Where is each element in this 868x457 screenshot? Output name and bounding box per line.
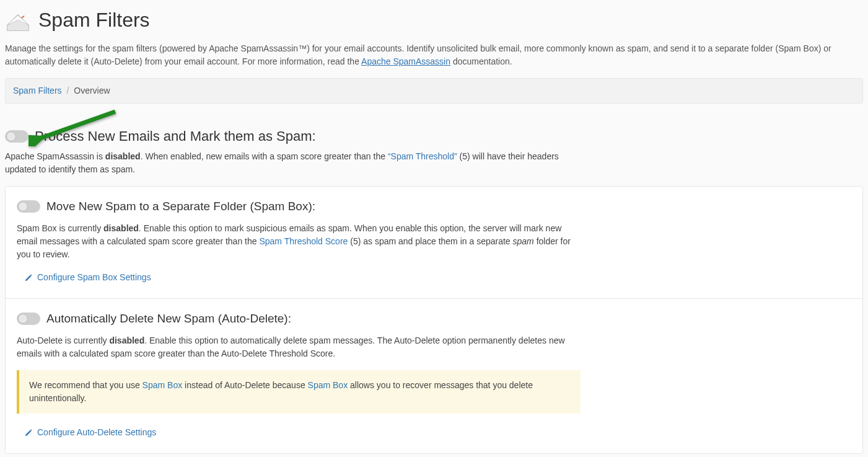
page-title: Spam Filters xyxy=(38,5,150,35)
breadcrumb-current: Overview xyxy=(74,86,110,95)
spambox-toggle[interactable] xyxy=(17,200,40,213)
spambox-body: Spam Box is currently disabled. Enable t… xyxy=(17,222,574,261)
pencil-icon xyxy=(24,273,33,282)
callout-spambox-link-1[interactable]: Spam Box xyxy=(142,380,183,390)
configure-spambox-link[interactable]: Configure Spam Box Settings xyxy=(17,271,151,284)
sub-sections-card: Move New Spam to a Separate Folder (Spam… xyxy=(5,186,863,454)
autodelete-heading: Automatically Delete New Spam (Auto-Dele… xyxy=(46,310,291,328)
spambox-heading: Move New Spam to a Separate Folder (Spam… xyxy=(46,198,315,216)
breadcrumb-separator: / xyxy=(64,86,71,95)
configure-autodelete-link[interactable]: Configure Auto-Delete Settings xyxy=(17,426,156,439)
process-section: Process New Emails and Mark them as Spam… xyxy=(0,109,868,186)
callout-spambox-link-2[interactable]: Spam Box xyxy=(308,380,348,390)
autodelete-toggle[interactable] xyxy=(17,313,40,325)
process-text-1: Apache SpamAssassin is xyxy=(5,151,105,161)
autodelete-body: Auto-Delete is currently disabled. Enabl… xyxy=(17,334,574,360)
configure-spambox-label: Configure Spam Box Settings xyxy=(37,271,151,284)
spam-threshold-link[interactable]: “Spam Threshold” xyxy=(388,151,457,161)
process-disabled-word: disabled xyxy=(105,151,141,161)
spambox-text-1: Spam Box is currently xyxy=(17,223,103,233)
spambox-spam-word: spam xyxy=(513,236,534,246)
autodelete-disabled-word: disabled xyxy=(109,335,144,345)
callout-text-mid: instead of Auto-Delete because xyxy=(182,380,307,390)
autodelete-recommendation-callout: We recommend that you use Spam Box inste… xyxy=(17,370,581,414)
breadcrumb: Spam Filters / Overview xyxy=(5,78,863,104)
process-heading: Process New Emails and Mark them as Spam… xyxy=(35,126,316,146)
apache-spamassassin-link[interactable]: Apache SpamAssassin xyxy=(361,56,450,66)
page-header: Spam Filters xyxy=(0,0,868,42)
spambox-disabled-word: disabled xyxy=(103,223,139,233)
spambox-text-3: (5) as spam and place them in a separate xyxy=(348,236,512,246)
callout-text-pre: We recommend that you use xyxy=(29,380,142,390)
pencil-icon xyxy=(24,428,33,437)
breadcrumb-root[interactable]: Spam Filters xyxy=(13,86,62,95)
autodelete-section: Automatically Delete New Spam (Auto-Dele… xyxy=(6,298,862,453)
process-toggle[interactable] xyxy=(5,130,28,143)
autodelete-text-1: Auto-Delete is currently xyxy=(17,335,109,345)
description-text-post: documentation. xyxy=(450,56,512,66)
envelope-icon xyxy=(5,7,31,33)
process-body: Apache SpamAssassin is disabled. When en… xyxy=(5,150,581,176)
spambox-section: Move New Spam to a Separate Folder (Spam… xyxy=(6,187,862,298)
configure-autodelete-label: Configure Auto-Delete Settings xyxy=(37,426,156,439)
page-description: Manage the settings for the spam filters… xyxy=(0,42,868,78)
process-text-2: . When enabled, new emails with a spam s… xyxy=(141,151,388,161)
spam-threshold-score-link[interactable]: Spam Threshold Score xyxy=(259,236,348,246)
